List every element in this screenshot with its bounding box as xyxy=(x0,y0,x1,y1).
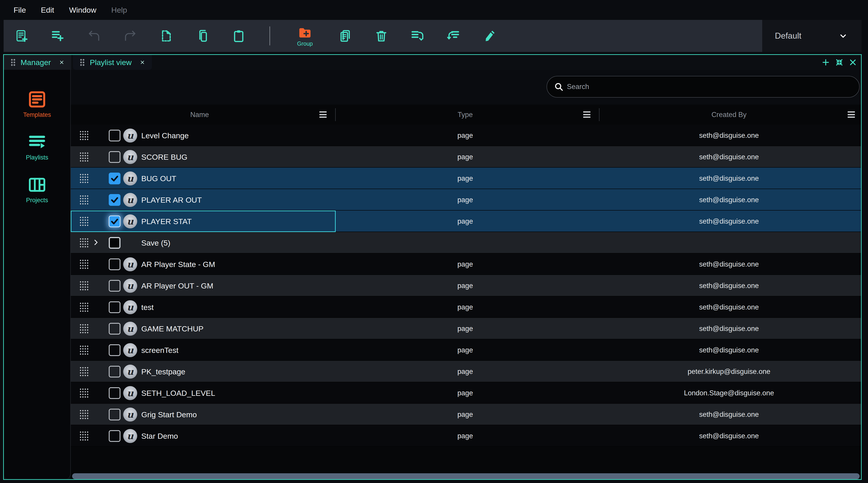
tab-playlist-view[interactable]: Playlist view xyxy=(73,55,152,70)
menu-edit[interactable]: Edit xyxy=(41,6,54,14)
table-row[interactable]: u Star Demo page seth@disguise.one xyxy=(71,425,861,447)
sidebar-item-templates[interactable]: Templates xyxy=(23,90,51,118)
row-checkbox[interactable] xyxy=(109,258,121,270)
row-name: PLAYER STAT xyxy=(141,217,192,226)
row-checkbox[interactable] xyxy=(109,366,121,378)
unreal-engine-icon: u xyxy=(123,343,137,357)
column-divider[interactable] xyxy=(335,108,336,121)
row-checkbox[interactable] xyxy=(109,344,121,356)
menu-file[interactable]: File xyxy=(13,6,26,14)
expand-chevron-icon[interactable] xyxy=(92,238,100,247)
search-input[interactable] xyxy=(567,83,852,91)
tab-manager[interactable]: Manager xyxy=(4,55,71,70)
column-header-name[interactable]: Name xyxy=(132,105,268,125)
preset-dropdown[interactable]: Default xyxy=(762,20,862,52)
row-drag-handle-icon[interactable] xyxy=(79,323,89,334)
import-list-icon xyxy=(447,29,461,43)
row-drag-handle-icon[interactable] xyxy=(79,195,89,205)
tab-drag-handle-icon[interactable] xyxy=(80,59,85,66)
row-checkbox[interactable] xyxy=(109,301,121,313)
menu-window[interactable]: Window xyxy=(69,6,96,14)
tab-manager-close-icon[interactable] xyxy=(59,60,64,65)
table-row[interactable]: u SETH_LOAD_LEVEL page London.Stage@disg… xyxy=(71,382,861,404)
column-menu-icon[interactable] xyxy=(319,110,327,119)
cut-page-button[interactable] xyxy=(159,22,174,50)
undo-button xyxy=(87,22,101,50)
row-checkbox[interactable] xyxy=(109,172,121,184)
group-button[interactable]: Group xyxy=(293,22,316,50)
collapse-panel-button[interactable] xyxy=(835,58,843,66)
table-row[interactable]: u Level Change page seth@disguise.one xyxy=(71,125,861,146)
column-divider[interactable] xyxy=(599,108,599,121)
row-name: Grig Start Demo xyxy=(141,410,197,419)
add-page-button[interactable] xyxy=(14,22,29,50)
row-checkbox[interactable] xyxy=(109,323,121,334)
column-menu-icon[interactable] xyxy=(847,110,855,119)
edit-button[interactable] xyxy=(483,22,497,50)
table-row[interactable]: u test page seth@disguise.one xyxy=(71,296,861,318)
column-header-type[interactable]: Type xyxy=(397,105,533,125)
row-drag-handle-icon[interactable] xyxy=(79,130,89,141)
add-tab-button[interactable] xyxy=(822,58,830,66)
duplicate-pages-button[interactable] xyxy=(338,22,352,50)
table-row[interactable]: u BUG OUT page seth@disguise.one xyxy=(71,168,861,189)
import-list-button[interactable] xyxy=(446,22,461,50)
sidebar-item-label: Templates xyxy=(23,111,51,118)
row-checkbox[interactable] xyxy=(109,237,121,249)
row-drag-handle-icon[interactable] xyxy=(79,345,89,355)
table-row[interactable]: u PLAYER STAT page seth@disguise.one xyxy=(71,211,861,232)
table-row[interactable]: u PK_testpage page peter.kirkup@disguise… xyxy=(71,361,861,382)
row-name: screenTest xyxy=(141,346,178,354)
trash-icon xyxy=(374,29,388,43)
row-type: page xyxy=(397,303,533,311)
table-row[interactable]: u AR Player OUT - GM page seth@disguise.… xyxy=(71,275,861,296)
column-header-created-by[interactable]: Created By xyxy=(661,105,797,125)
export-list-button[interactable] xyxy=(410,22,425,50)
search-icon xyxy=(554,82,564,92)
table-row[interactable]: u Save (5) xyxy=(71,232,861,254)
paste-button[interactable] xyxy=(231,22,246,50)
row-checkbox[interactable] xyxy=(109,216,121,227)
row-drag-handle-icon[interactable] xyxy=(79,366,89,377)
playlists-icon xyxy=(27,132,47,152)
add-playlist-button[interactable] xyxy=(51,22,65,50)
sidebar-item-playlists[interactable]: Playlists xyxy=(26,132,48,161)
column-menu-icon[interactable] xyxy=(583,110,591,119)
sidebar-item-projects[interactable]: Projects xyxy=(26,175,48,204)
projects-icon xyxy=(27,175,47,194)
row-checkbox[interactable] xyxy=(109,409,121,420)
row-checkbox[interactable] xyxy=(109,194,121,206)
row-drag-handle-icon[interactable] xyxy=(79,388,89,398)
row-drag-handle-icon[interactable] xyxy=(79,259,89,269)
row-drag-handle-icon[interactable] xyxy=(79,238,89,248)
row-checkbox[interactable] xyxy=(109,280,121,292)
tab-drag-handle-icon[interactable] xyxy=(11,59,16,66)
row-checkbox[interactable] xyxy=(109,151,121,163)
table-row[interactable]: u Grig Start Demo page seth@disguise.one xyxy=(71,404,861,425)
row-checkbox[interactable] xyxy=(109,130,121,141)
paste-icon xyxy=(232,29,246,43)
row-drag-handle-icon[interactable] xyxy=(79,216,89,227)
row-checkbox[interactable] xyxy=(109,387,121,399)
horizontal-scrollbar-thumb[interactable] xyxy=(72,473,860,479)
row-checkbox[interactable] xyxy=(109,430,121,442)
table-row[interactable]: u PLAYER AR OUT page seth@disguise.one xyxy=(71,189,861,211)
table-row[interactable]: u GAME MATCHUP page seth@disguise.one xyxy=(71,318,861,339)
row-drag-handle-icon[interactable] xyxy=(79,152,89,162)
tab-playlist-view-close-icon[interactable] xyxy=(140,60,145,65)
row-created-by: seth@disguise.one xyxy=(639,282,819,290)
row-drag-handle-icon[interactable] xyxy=(79,302,89,313)
row-drag-handle-icon[interactable] xyxy=(79,281,89,291)
unreal-engine-icon: u xyxy=(123,300,137,314)
table-row[interactable]: u screenTest page seth@disguise.one xyxy=(71,339,861,361)
copy-button[interactable] xyxy=(195,22,210,50)
delete-button[interactable] xyxy=(374,22,389,50)
check-icon xyxy=(110,195,119,205)
close-panel-button[interactable] xyxy=(849,58,857,66)
table-row[interactable]: u AR Player State - GM page seth@disguis… xyxy=(71,254,861,275)
row-drag-handle-icon[interactable] xyxy=(79,173,89,184)
row-drag-handle-icon[interactable] xyxy=(79,409,89,420)
table-row[interactable]: u SCORE BUG page seth@disguise.one xyxy=(71,146,861,168)
duplicate-pages-icon xyxy=(338,29,352,43)
row-drag-handle-icon[interactable] xyxy=(79,431,89,441)
